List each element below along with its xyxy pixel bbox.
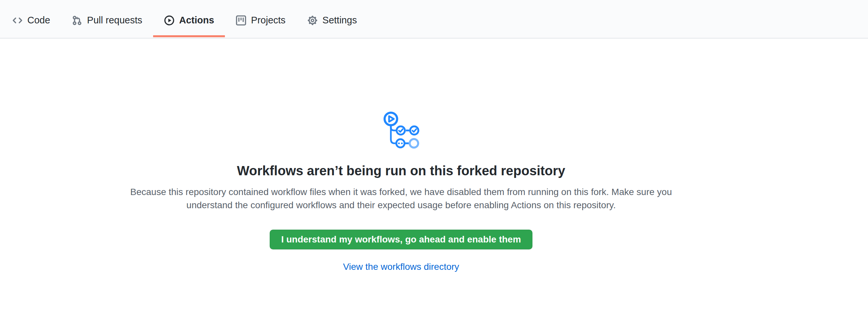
blankslate-description: Because this repository contained workfl… <box>124 185 678 212</box>
enable-workflows-button[interactable]: I understand my workflows, go ahead and … <box>270 229 532 249</box>
tab-pull-requests[interactable]: Pull requests <box>61 0 153 38</box>
tab-label: Actions <box>179 15 214 26</box>
tab-code[interactable]: Code <box>1 0 61 38</box>
tab-label: Code <box>27 15 50 26</box>
view-workflows-directory-link[interactable]: View the workflows directory <box>343 261 459 273</box>
gear-icon <box>307 15 318 26</box>
workflow-graph-icon <box>382 108 420 149</box>
code-icon <box>12 15 23 26</box>
main-area: Workflows aren’t being run on this forke… <box>0 38 868 273</box>
tab-label: Settings <box>322 15 357 26</box>
tab-label: Pull requests <box>87 15 142 26</box>
blankslate: Workflows aren’t being run on this forke… <box>0 38 802 273</box>
repo-tab-bar: Code Pull requests Actions Projects <box>0 0 868 38</box>
tab-label: Projects <box>251 15 285 26</box>
tab-actions[interactable]: Actions <box>153 0 225 38</box>
pull-request-icon <box>72 15 82 26</box>
play-icon <box>164 15 175 26</box>
project-icon <box>236 15 246 26</box>
page-title: Workflows aren’t being run on this forke… <box>237 162 565 179</box>
tab-projects[interactable]: Projects <box>225 0 297 38</box>
tab-settings[interactable]: Settings <box>297 0 368 38</box>
